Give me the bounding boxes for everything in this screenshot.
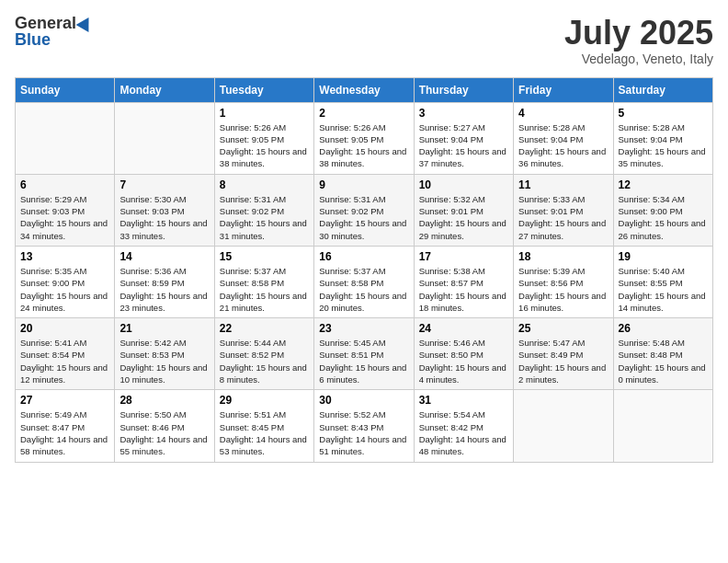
- calendar-cell: 24Sunrise: 5:46 AMSunset: 8:50 PMDayligh…: [414, 318, 513, 390]
- day-number: 19: [619, 250, 708, 263]
- day-number: 8: [220, 178, 309, 191]
- calendar-cell: [16, 102, 115, 174]
- day-number: 11: [518, 178, 608, 191]
- day-number: 4: [518, 107, 608, 120]
- day-of-week-header: Tuesday: [214, 77, 313, 102]
- calendar-cell: 31Sunrise: 5:54 AMSunset: 8:42 PMDayligh…: [414, 390, 513, 462]
- day-info: Sunrise: 5:34 AMSunset: 9:00 PMDaylight:…: [619, 193, 708, 242]
- calendar-cell: 1Sunrise: 5:26 AMSunset: 9:05 PMDaylight…: [214, 102, 313, 174]
- day-info: Sunrise: 5:40 AMSunset: 8:55 PMDaylight:…: [619, 265, 708, 314]
- day-of-week-header: Saturday: [613, 77, 712, 102]
- calendar-cell: 3Sunrise: 5:27 AMSunset: 9:04 PMDaylight…: [414, 102, 513, 174]
- day-number: 9: [319, 178, 408, 191]
- day-number: 7: [119, 178, 209, 191]
- day-number: 14: [119, 250, 209, 263]
- calendar-week-row: 20Sunrise: 5:41 AMSunset: 8:54 PMDayligh…: [16, 318, 713, 390]
- day-info: Sunrise: 5:41 AMSunset: 8:54 PMDaylight:…: [20, 337, 109, 385]
- calendar-cell: 10Sunrise: 5:32 AMSunset: 9:01 PMDayligh…: [414, 174, 513, 246]
- day-number: 29: [220, 394, 309, 407]
- day-number: 24: [419, 322, 508, 335]
- day-number: 12: [619, 178, 708, 191]
- day-info: Sunrise: 5:48 AMSunset: 8:48 PMDaylight:…: [619, 337, 708, 385]
- day-info: Sunrise: 5:32 AMSunset: 9:01 PMDaylight:…: [419, 193, 508, 242]
- day-number: 2: [319, 107, 408, 120]
- calendar-cell: [514, 390, 613, 462]
- calendar-cell: 29Sunrise: 5:51 AMSunset: 8:45 PMDayligh…: [214, 390, 313, 462]
- calendar-cell: 13Sunrise: 5:35 AMSunset: 9:00 PMDayligh…: [16, 246, 115, 317]
- day-info: Sunrise: 5:42 AMSunset: 8:53 PMDaylight:…: [119, 337, 209, 385]
- calendar-cell: 8Sunrise: 5:31 AMSunset: 9:02 PMDaylight…: [214, 174, 313, 246]
- calendar-cell: 19Sunrise: 5:40 AMSunset: 8:55 PMDayligh…: [613, 246, 712, 317]
- day-of-week-header: Wednesday: [314, 77, 414, 102]
- day-info: Sunrise: 5:28 AMSunset: 9:04 PMDaylight:…: [619, 121, 708, 170]
- calendar-cell: 7Sunrise: 5:30 AMSunset: 9:03 PMDaylight…: [115, 174, 214, 246]
- day-info: Sunrise: 5:26 AMSunset: 9:05 PMDaylight:…: [220, 121, 309, 170]
- day-info: Sunrise: 5:37 AMSunset: 8:58 PMDaylight:…: [220, 265, 309, 314]
- day-info: Sunrise: 5:29 AMSunset: 9:03 PMDaylight:…: [20, 193, 109, 242]
- page-header: General Blue July 2025 Vedelago, Veneto,…: [15, 15, 713, 66]
- day-number: 27: [20, 394, 109, 407]
- day-number: 31: [419, 394, 508, 407]
- logo-general-text: General: [15, 15, 76, 31]
- day-info: Sunrise: 5:52 AMSunset: 8:43 PMDaylight:…: [319, 408, 408, 457]
- day-number: 15: [220, 250, 309, 263]
- day-info: Sunrise: 5:27 AMSunset: 9:04 PMDaylight:…: [419, 121, 508, 170]
- month-title: July 2025: [564, 15, 713, 52]
- calendar-cell: 23Sunrise: 5:45 AMSunset: 8:51 PMDayligh…: [314, 318, 414, 390]
- calendar-cell: [613, 390, 712, 462]
- calendar-week-row: 13Sunrise: 5:35 AMSunset: 9:00 PMDayligh…: [16, 246, 713, 317]
- calendar-cell: 18Sunrise: 5:39 AMSunset: 8:56 PMDayligh…: [514, 246, 613, 317]
- day-info: Sunrise: 5:36 AMSunset: 8:59 PMDaylight:…: [119, 265, 209, 314]
- day-info: Sunrise: 5:50 AMSunset: 8:46 PMDaylight:…: [119, 408, 209, 457]
- day-number: 18: [518, 250, 608, 263]
- day-info: Sunrise: 5:49 AMSunset: 8:47 PMDaylight:…: [20, 408, 109, 457]
- day-info: Sunrise: 5:39 AMSunset: 8:56 PMDaylight:…: [518, 265, 608, 314]
- calendar-cell: 12Sunrise: 5:34 AMSunset: 9:00 PMDayligh…: [613, 174, 712, 246]
- calendar-cell: 6Sunrise: 5:29 AMSunset: 9:03 PMDaylight…: [16, 174, 115, 246]
- calendar-week-row: 1Sunrise: 5:26 AMSunset: 9:05 PMDaylight…: [16, 102, 713, 174]
- day-number: 6: [20, 178, 109, 191]
- calendar-cell: 20Sunrise: 5:41 AMSunset: 8:54 PMDayligh…: [16, 318, 115, 390]
- day-number: 22: [220, 322, 309, 335]
- day-number: 20: [20, 322, 109, 335]
- day-info: Sunrise: 5:30 AMSunset: 9:03 PMDaylight:…: [119, 193, 209, 242]
- calendar-cell: 25Sunrise: 5:47 AMSunset: 8:49 PMDayligh…: [514, 318, 613, 390]
- day-number: 30: [319, 394, 408, 407]
- calendar-cell: 27Sunrise: 5:49 AMSunset: 8:47 PMDayligh…: [16, 390, 115, 462]
- day-number: 3: [419, 107, 508, 120]
- day-info: Sunrise: 5:44 AMSunset: 8:52 PMDaylight:…: [220, 337, 309, 385]
- day-number: 17: [419, 250, 508, 263]
- calendar-cell: 22Sunrise: 5:44 AMSunset: 8:52 PMDayligh…: [214, 318, 313, 390]
- day-number: 26: [619, 322, 708, 335]
- calendar-cell: 17Sunrise: 5:38 AMSunset: 8:57 PMDayligh…: [414, 246, 513, 317]
- day-number: 23: [319, 322, 408, 335]
- day-info: Sunrise: 5:26 AMSunset: 9:05 PMDaylight:…: [319, 121, 408, 170]
- calendar-cell: 5Sunrise: 5:28 AMSunset: 9:04 PMDaylight…: [613, 102, 712, 174]
- day-info: Sunrise: 5:54 AMSunset: 8:42 PMDaylight:…: [419, 408, 508, 457]
- day-info: Sunrise: 5:37 AMSunset: 8:58 PMDaylight:…: [319, 265, 408, 314]
- day-info: Sunrise: 5:33 AMSunset: 9:01 PMDaylight:…: [518, 193, 608, 242]
- calendar-cell: 21Sunrise: 5:42 AMSunset: 8:53 PMDayligh…: [115, 318, 214, 390]
- day-info: Sunrise: 5:31 AMSunset: 9:02 PMDaylight:…: [220, 193, 309, 242]
- day-info: Sunrise: 5:45 AMSunset: 8:51 PMDaylight:…: [319, 337, 408, 385]
- calendar-cell: 30Sunrise: 5:52 AMSunset: 8:43 PMDayligh…: [314, 390, 414, 462]
- day-of-week-header: Monday: [115, 77, 214, 102]
- calendar-cell: 26Sunrise: 5:48 AMSunset: 8:48 PMDayligh…: [613, 318, 712, 390]
- day-info: Sunrise: 5:35 AMSunset: 9:00 PMDaylight:…: [20, 265, 109, 314]
- day-info: Sunrise: 5:46 AMSunset: 8:50 PMDaylight:…: [419, 337, 508, 385]
- calendar-cell: 2Sunrise: 5:26 AMSunset: 9:05 PMDaylight…: [314, 102, 414, 174]
- day-number: 5: [619, 107, 708, 120]
- day-info: Sunrise: 5:38 AMSunset: 8:57 PMDaylight:…: [419, 265, 508, 314]
- day-number: 16: [319, 250, 408, 263]
- calendar-cell: 9Sunrise: 5:31 AMSunset: 9:02 PMDaylight…: [314, 174, 414, 246]
- calendar-header-row: SundayMondayTuesdayWednesdayThursdayFrid…: [16, 77, 713, 102]
- day-of-week-header: Thursday: [414, 77, 513, 102]
- calendar-cell: 28Sunrise: 5:50 AMSunset: 8:46 PMDayligh…: [115, 390, 214, 462]
- calendar-table: SundayMondayTuesdayWednesdayThursdayFrid…: [15, 77, 713, 463]
- day-number: 13: [20, 250, 109, 263]
- logo-icon: [76, 14, 96, 32]
- day-number: 21: [119, 322, 209, 335]
- calendar-week-row: 6Sunrise: 5:29 AMSunset: 9:03 PMDaylight…: [16, 174, 713, 246]
- calendar-cell: 11Sunrise: 5:33 AMSunset: 9:01 PMDayligh…: [514, 174, 613, 246]
- day-info: Sunrise: 5:31 AMSunset: 9:02 PMDaylight:…: [319, 193, 408, 242]
